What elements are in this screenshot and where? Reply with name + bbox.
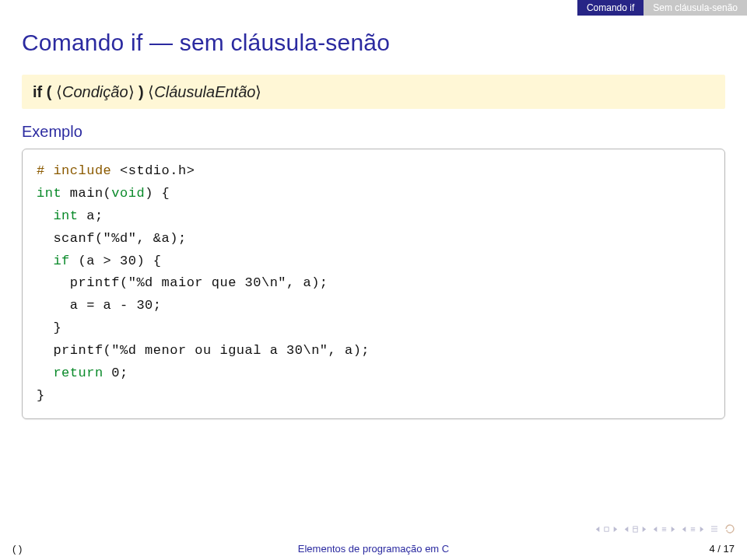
section-tabs: Comando if Sem cláusula-senão <box>0 0 747 16</box>
code-line-2d: ) { <box>145 186 170 201</box>
svg-marker-20 <box>726 530 728 532</box>
angle-close-2: ⟩ <box>255 83 261 100</box>
svg-marker-2 <box>614 526 618 531</box>
code-line-9: printf("%d menor ou igual a 30\n", a); <box>37 343 370 358</box>
cycle-icon[interactable] <box>724 523 736 535</box>
section-prev-icon[interactable] <box>652 526 659 533</box>
code-line-3c: a; <box>79 208 103 223</box>
page-title: Comando if — sem cláusula-senão <box>0 16 747 64</box>
footer-title: Elementos de programação em C <box>106 543 641 555</box>
footer: ( ) Elementos de programação em C 4 / 17 <box>0 537 747 560</box>
svg-marker-0 <box>596 526 600 531</box>
svg-rect-1 <box>605 527 608 530</box>
svg-marker-16 <box>700 526 704 531</box>
code-line-5c: (a > 30) { <box>70 254 162 268</box>
toc-next-icon[interactable] <box>698 526 705 533</box>
syntax-box: if ( ⟨Condição⟩ ) ⟨CláusulaEntão⟩ <box>22 75 725 109</box>
svg-marker-7 <box>654 526 658 531</box>
tab-comando-if[interactable]: Comando if <box>577 0 644 16</box>
footer-left: ( ) <box>12 543 106 555</box>
code-line-3b: int <box>53 208 78 223</box>
code-block: # include <stdio.h> int main(void) { int… <box>22 149 725 419</box>
section-next-icon[interactable] <box>669 526 676 533</box>
back-icon[interactable] <box>710 524 719 534</box>
nav-section-group <box>652 526 676 533</box>
nav-toc-group <box>681 526 705 533</box>
code-line-5b: if <box>53 254 69 268</box>
code-line-10b: return <box>53 366 103 380</box>
footer-page: 4 / 17 <box>641 543 735 555</box>
svg-marker-12 <box>682 526 686 531</box>
syntax-rparen: ) <box>139 83 144 100</box>
subsection-next-icon[interactable] <box>640 526 647 533</box>
beamer-nav <box>594 523 736 535</box>
example-heading: Exemplo <box>22 123 725 141</box>
content-area: if ( ⟨Condição⟩ ) ⟨CláusulaEntão⟩ Exempl… <box>0 64 747 419</box>
toc-lines-icon <box>689 526 696 533</box>
toc-prev-icon[interactable] <box>681 526 688 533</box>
syntax-if-keyword: if <box>33 83 42 100</box>
svg-marker-3 <box>625 526 629 531</box>
code-line-2b: main( <box>61 186 111 201</box>
code-line-3a <box>37 208 53 223</box>
code-line-5a <box>37 254 53 268</box>
section-lines-icon <box>661 526 668 533</box>
angle-open: ⟨ <box>56 83 62 100</box>
code-line-4: scanf("%d", &a); <box>37 231 187 246</box>
angle-close: ⟩ <box>128 83 135 100</box>
code-line-7: a = a - 30; <box>37 298 162 313</box>
svg-marker-11 <box>672 526 675 531</box>
code-line-10c: 0; <box>103 366 128 380</box>
code-line-1a: # include <box>37 163 120 178</box>
svg-rect-4 <box>633 526 637 531</box>
frame-rect-icon <box>603 526 610 533</box>
nav-frame-group <box>594 526 619 533</box>
frame-prev-icon[interactable] <box>594 526 601 533</box>
syntax-lparen: ( <box>47 83 52 100</box>
syntax-condicao: Condição <box>62 83 128 100</box>
tab-sem-clausula-senao[interactable]: Sem cláusula-senão <box>644 0 747 16</box>
code-line-1b: <stdio.h> <box>120 163 195 178</box>
frame-next-icon[interactable] <box>612 526 619 533</box>
tab-spacer <box>0 0 577 16</box>
subsection-doc-icon <box>632 526 639 533</box>
code-line-11: } <box>37 388 45 403</box>
svg-marker-6 <box>643 526 647 531</box>
code-line-6: printf("%d maior que 30\n", a); <box>37 275 328 290</box>
nav-subsection-group <box>623 526 647 533</box>
code-line-2c: void <box>111 186 145 201</box>
code-line-10a <box>37 366 53 380</box>
code-line-8: } <box>37 320 61 335</box>
syntax-clausula-entao: CláusulaEntão <box>154 83 255 100</box>
subsection-prev-icon[interactable] <box>623 526 630 533</box>
code-line-2a: int <box>37 186 61 201</box>
